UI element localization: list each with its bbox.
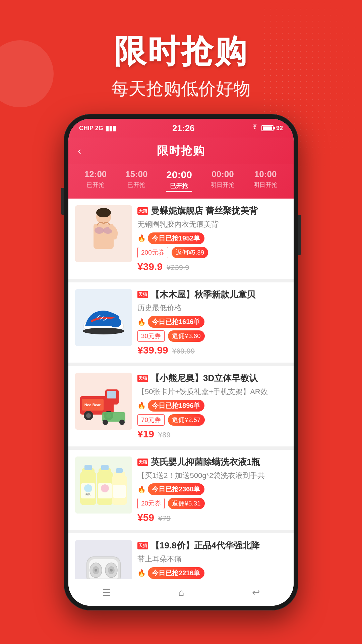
product-desc-5: 带上耳朵不痛 <box>137 554 287 565</box>
fire-icon-4: 🔥 <box>137 485 146 493</box>
sub-title: 每天抢购低价好物 <box>0 77 362 101</box>
product-image-3: Neo Bear <box>75 373 132 430</box>
price-row-2: ¥39.99 ¥69.99 <box>137 344 287 356</box>
product-info-4: 天猫 英氏婴儿抑菌除螨洗衣液1瓶 【买1送2！加送500g*2袋洗衣液到手共 🔥… <box>137 457 287 524</box>
product-name-3: 【小熊尼奥】3D立体早教认 <box>151 373 258 384</box>
product-name-5: 【19.8价】正品4代华强北降 <box>151 540 260 551</box>
coupon-tag-4: 20元券 <box>137 498 165 509</box>
product-info-3: 天猫 【小熊尼奥】3D立体早教认 【50张卡片+铁质礼盒+手机支架】AR效 🔥 … <box>137 373 287 440</box>
back-button[interactable]: ‹ <box>78 145 81 157</box>
product-desc-2: 历史最低价格 <box>137 303 287 313</box>
time-value: 00:00 <box>212 169 234 179</box>
product-name-4: 英氏婴儿抑菌除螨洗衣液1瓶 <box>151 457 260 468</box>
svg-point-50 <box>110 569 113 572</box>
svg-point-2 <box>96 208 111 217</box>
product-card-5[interactable]: 天猫 【19.8价】正品4代华强北降 带上耳朵不痛 🔥 今日已抢2216单 <box>68 533 294 580</box>
rush-badge-5: 🔥 今日已抢2216单 <box>137 567 287 579</box>
time-tab-0000[interactable]: 00:00 明日开抢 <box>210 169 235 192</box>
svg-point-25 <box>119 420 125 425</box>
rush-badge-3: 🔥 今日已抢1896单 <box>137 400 287 412</box>
price-row-4: ¥59 ¥79 <box>137 512 287 523</box>
back-nav-icon[interactable]: ↩ <box>252 587 260 598</box>
product-name-1: 曼蝶妮旗舰店 蕾丝聚拢美背 <box>151 205 258 217</box>
svg-rect-16 <box>107 391 116 398</box>
home-nav-icon[interactable]: ⌂ <box>179 587 184 598</box>
original-price-4: ¥79 <box>158 514 171 523</box>
svg-point-37 <box>101 484 109 492</box>
time-value: 15:00 <box>125 169 148 179</box>
svg-point-8 <box>109 318 121 327</box>
fire-icon-2: 🔥 <box>137 318 146 326</box>
tmall-badge-2: 天猫 <box>137 291 148 298</box>
svg-text:英氏: 英氏 <box>85 493 91 496</box>
original-price-1: ¥239.9 <box>167 263 189 272</box>
time-value: 10:00 <box>254 169 277 179</box>
svg-point-4 <box>95 227 104 234</box>
time-value: 20:00 <box>166 169 192 180</box>
bottom-nav: ☰ ⌂ ↩ <box>68 579 294 606</box>
tmall-badge: 天猫 <box>137 207 148 215</box>
status-left: CHIP 2G ▮▮▮ <box>79 124 116 132</box>
product-card-1[interactable]: 天猫 曼蝶妮旗舰店 蕾丝聚拢美背 无钢圈乳胶内衣无痕美背 🔥 今日已抢1952单… <box>68 199 294 279</box>
product-card-2[interactable]: 天猫 【木木屋】秋季新款儿童贝 历史最低价格 🔥 今日已抢1616单 30元券 … <box>68 282 294 363</box>
svg-rect-29 <box>84 465 92 470</box>
menu-nav-icon[interactable]: ☰ <box>102 587 111 598</box>
time-status: 已开抢 <box>86 181 105 189</box>
time-tab-2000[interactable]: 20:00 已开抢 <box>166 169 192 192</box>
rush-text-3: 今日已抢1896单 <box>148 400 204 412</box>
product-image-4: 英氏 <box>75 457 132 514</box>
rush-text-2: 今日已抢1616单 <box>148 316 204 328</box>
svg-point-47 <box>95 569 97 572</box>
tmall-badge-5: 天猫 <box>137 542 148 549</box>
main-title: 限时抢购 <box>0 30 362 74</box>
app-title: 限时抢购 <box>157 143 205 159</box>
carrier-text: CHIP 2G <box>79 125 103 132</box>
time-tab-1000[interactable]: 10:00 明日开抢 <box>253 169 278 192</box>
product-image-2 <box>75 289 132 346</box>
status-time: 21:26 <box>172 123 195 133</box>
products-list: 天猫 曼蝶妮旗舰店 蕾丝聚拢美背 无钢圈乳胶内衣无痕美背 🔥 今日已抢1952单… <box>68 199 294 580</box>
rush-badge-2: 🔥 今日已抢1616单 <box>137 316 287 328</box>
current-price-1: ¥39.9 <box>137 261 163 272</box>
product-card-4[interactable]: 英氏 <box>68 450 294 530</box>
product-header-2: 天猫 【木木屋】秋季新款儿童贝 <box>137 289 287 301</box>
svg-rect-35 <box>101 465 109 470</box>
product-card-3[interactable]: Neo Bear 天猫 【小熊尼奥】3D立体早教认 【50张卡片+铁质礼盒+手 <box>68 366 294 446</box>
price-row-3: ¥19 ¥89 <box>137 428 287 440</box>
fire-icon-3: 🔥 <box>137 401 146 410</box>
rush-text-5: 今日已抢2216单 <box>148 567 204 579</box>
svg-point-24 <box>103 420 108 425</box>
app-header: ‹ 限时抢购 <box>68 138 294 164</box>
time-tab-1200[interactable]: 12:00 已开抢 <box>84 169 107 192</box>
coupon-tag-3: 70元券 <box>137 414 165 426</box>
coupon-tag-2: 30元券 <box>137 330 165 342</box>
svg-point-12 <box>83 328 124 334</box>
rush-text-4: 今日已抢2360单 <box>148 483 204 495</box>
svg-rect-41 <box>113 485 126 498</box>
price-row-1: ¥39.9 ¥239.9 <box>137 261 287 272</box>
product-name-2: 【木木屋】秋季新款儿童贝 <box>151 289 255 301</box>
coupon-tag-1: 200元券 <box>137 247 168 258</box>
phone-screen: CHIP 2G ▮▮▮ 21:26 <box>68 119 294 606</box>
battery-text: 92 <box>276 125 283 132</box>
phone-shell: CHIP 2G ▮▮▮ 21:26 <box>64 114 298 610</box>
tmall-badge-3: 天猫 <box>137 375 148 382</box>
time-value: 12:00 <box>84 169 107 179</box>
time-status: 明日开抢 <box>253 181 278 189</box>
product-image-1 <box>75 205 132 262</box>
coupon-row-1: 200元券 返佣¥5.39 <box>137 247 287 258</box>
battery-icon <box>261 125 274 131</box>
product-desc-3: 【50张卡片+铁质礼盒+手机支架】AR效 <box>137 387 287 397</box>
product-info-5: 天猫 【19.8价】正品4代华强北降 带上耳朵不痛 🔥 今日已抢2216单 <box>137 540 287 579</box>
rush-text-1: 今日已抢1952单 <box>148 232 204 244</box>
product-desc-1: 无钢圈乳胶内衣无痕美背 <box>137 219 287 230</box>
svg-rect-40 <box>116 468 123 473</box>
coupon-row-2: 30元券 返佣¥3.60 <box>137 330 287 342</box>
svg-text:Neo Bear: Neo Bear <box>84 403 101 407</box>
tmall-badge-4: 天猫 <box>137 459 148 466</box>
header-area: 限时抢购 每天抢购低价好物 <box>0 0 362 101</box>
rush-badge-4: 🔥 今日已抢2360单 <box>137 483 287 495</box>
time-tab-1500[interactable]: 15:00 已开抢 <box>125 169 148 192</box>
svg-point-18 <box>86 413 91 418</box>
cashback-tag-2: 返佣¥3.60 <box>168 330 205 342</box>
